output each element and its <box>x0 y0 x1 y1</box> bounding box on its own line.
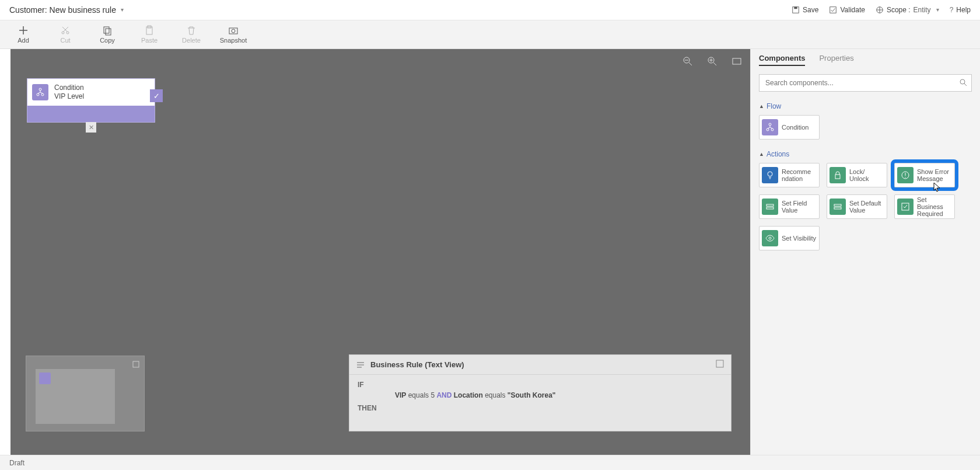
svg-rect-29 <box>834 204 841 206</box>
scope-selector[interactable]: Scope : Entity ▾ <box>876 6 939 14</box>
snapshot-button[interactable]: Snapshot <box>219 25 247 44</box>
panel-tabs: Components Properties <box>759 54 972 66</box>
text-view-panel: Business Rule (Text View) IF VIP equals … <box>349 354 732 431</box>
help-button[interactable]: ? Help <box>950 6 971 14</box>
svg-rect-7 <box>106 29 111 35</box>
main-content: Condition VIP Level ✓ ✕ Business Rule (T… <box>0 49 980 455</box>
op2: equals <box>485 391 505 399</box>
actions-header[interactable]: ▲ Actions <box>759 150 972 158</box>
right-panel: Components Properties ▲ Flow Condition <box>750 49 980 455</box>
fit-screen-icon[interactable] <box>732 56 742 69</box>
delete-label: Delete <box>182 37 201 44</box>
search-input[interactable] <box>759 74 972 92</box>
condition-true-handle[interactable]: ✓ <box>150 89 163 102</box>
save-button[interactable]: Save <box>792 6 818 14</box>
canvas[interactable]: Condition VIP Level ✓ ✕ Business Rule (T… <box>10 49 750 455</box>
section-actions: ▲ Actions Recomme ndation Lock/ Unlock S… <box>759 150 972 250</box>
text-view-title: Business Rule (Text View) <box>370 360 464 369</box>
condition-card[interactable]: Condition VIP Level ✓ ✕ <box>27 78 155 123</box>
title-area[interactable]: Customer: New business rule ▾ <box>9 5 124 15</box>
condition-header: Condition VIP Level <box>27 79 155 106</box>
text-view-body: IF VIP equals 5 AND Location equals "Sou… <box>349 375 731 431</box>
actions-label: Actions <box>766 150 789 158</box>
chevron-down-icon[interactable]: ▾ <box>121 6 124 13</box>
if-label: IF <box>358 381 723 389</box>
component-label: Set Visibility <box>782 235 816 242</box>
svg-rect-2 <box>830 6 836 13</box>
svg-rect-18 <box>133 361 139 367</box>
lightbulb-icon <box>762 167 778 183</box>
rule-expression: VIP equals 5 AND Location equals "South … <box>395 391 723 399</box>
minimap-node <box>39 372 51 384</box>
component-label: Set Field Value <box>782 200 817 214</box>
paste-label: Paste <box>141 37 158 44</box>
scissors-icon <box>60 25 71 36</box>
camera-icon <box>228 25 239 36</box>
scope-label: Scope : <box>887 6 911 14</box>
svg-rect-6 <box>104 27 109 33</box>
add-label: Add <box>18 37 29 44</box>
validate-label: Validate <box>840 6 864 14</box>
snapshot-label: Snapshot <box>220 37 247 44</box>
cut-button[interactable]: Cut <box>51 25 79 44</box>
svg-point-11 <box>232 29 235 33</box>
text-view-icon <box>356 361 365 369</box>
tab-properties[interactable]: Properties <box>819 54 853 66</box>
flow-header[interactable]: ▲ Flow <box>759 102 972 110</box>
canvas-toolbar <box>682 56 742 69</box>
then-label: THEN <box>358 404 723 412</box>
svg-rect-30 <box>834 207 841 209</box>
component-lock-unlock[interactable]: Lock/ Unlock <box>827 163 887 187</box>
minimap-expand-icon[interactable] <box>132 360 139 370</box>
text-view-header[interactable]: Business Rule (Text View) <box>349 355 731 375</box>
status-text: Draft <box>9 459 24 467</box>
minimap[interactable] <box>26 356 145 431</box>
save-icon <box>792 6 800 14</box>
eye-icon <box>762 230 778 246</box>
flow-label: Flow <box>766 102 781 110</box>
component-set-visibility[interactable]: Set Visibility <box>759 226 820 250</box>
minimap-viewport[interactable] <box>36 369 115 424</box>
condition-name: VIP Level <box>54 92 84 101</box>
collapse-triangle-icon: ▲ <box>759 103 764 109</box>
collapse-triangle-icon: ▲ <box>759 151 764 157</box>
component-label: Set Default Value <box>849 200 884 214</box>
zoom-out-icon[interactable] <box>682 56 693 69</box>
component-show-error[interactable]: Show Error Message <box>894 163 955 187</box>
header: Customer: New business rule ▾ Save Valid… <box>0 0 980 20</box>
copy-label: Copy <box>100 37 115 44</box>
condition-footer[interactable] <box>27 106 155 122</box>
component-label: Condition <box>782 124 808 131</box>
trash-icon <box>186 25 197 36</box>
svg-point-23 <box>771 128 774 131</box>
plus-icon <box>18 25 29 36</box>
tab-components[interactable]: Components <box>759 54 805 66</box>
delete-button[interactable]: Delete <box>177 25 205 44</box>
chevron-down-icon: ▾ <box>936 6 939 13</box>
component-set-business-required[interactable]: Set Business Required <box>894 194 955 219</box>
text-view-expand-icon[interactable] <box>716 360 724 370</box>
validate-icon <box>829 6 837 14</box>
error-icon <box>897 167 914 183</box>
lock-icon <box>830 167 846 183</box>
add-button[interactable]: Add <box>9 25 37 44</box>
svg-point-4 <box>62 32 64 34</box>
component-set-field[interactable]: Set Field Value <box>759 194 820 219</box>
scope-icon <box>876 6 884 14</box>
svg-point-32 <box>769 237 771 239</box>
search-icon[interactable] <box>959 78 967 89</box>
component-recommendation[interactable]: Recomme ndation <box>759 163 820 187</box>
paste-button[interactable]: Paste <box>135 25 163 44</box>
op1: equals <box>408 391 429 399</box>
help-icon: ? <box>950 6 954 14</box>
save-label: Save <box>803 6 818 14</box>
zoom-in-icon[interactable] <box>707 56 718 69</box>
copy-button[interactable]: Copy <box>93 25 121 44</box>
svg-point-20 <box>960 79 965 84</box>
component-set-default[interactable]: Set Default Value <box>827 194 887 219</box>
svg-point-24 <box>768 172 772 176</box>
component-condition[interactable]: Condition <box>759 115 820 140</box>
validate-button[interactable]: Validate <box>829 6 864 14</box>
component-label: Lock/ Unlock <box>849 168 884 182</box>
condition-false-handle[interactable]: ✕ <box>86 122 96 133</box>
